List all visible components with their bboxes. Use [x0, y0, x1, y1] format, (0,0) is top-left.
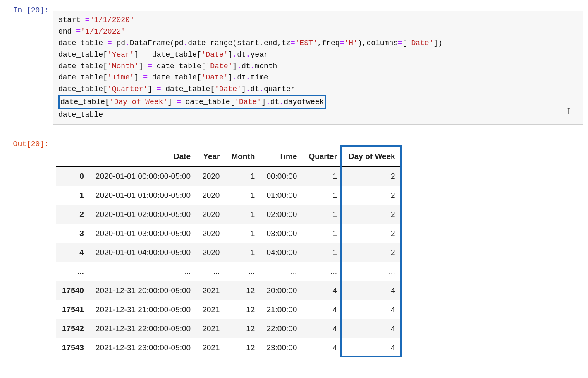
table-cell: 1 [303, 205, 343, 224]
dataframe-wrapper: DateYearMonthTimeQuarterDay of Week 0202… [56, 147, 401, 357]
table-cell: 2020 [196, 224, 225, 243]
row-index: 17540 [56, 281, 90, 300]
table-row: 22020-01-01 02:00:00-05:002020102:00:001… [56, 205, 401, 224]
table-cell: 2021 [196, 281, 225, 300]
column-header: Year [196, 147, 225, 166]
dataframe-table: DateYearMonthTimeQuarterDay of Week 0202… [56, 147, 401, 357]
output-area: DateYearMonthTimeQuarterDay of Week 0202… [53, 137, 588, 359]
table-cell: ... [303, 262, 343, 281]
table-cell: ... [225, 262, 261, 281]
table-cell: 2020-01-01 04:00:00-05:00 [90, 243, 196, 262]
table-cell: 4 [303, 281, 343, 300]
table-cell: 01:00:00 [261, 186, 303, 205]
table-cell: 2021 [196, 319, 225, 338]
table-cell: 1 [225, 243, 261, 262]
table-cell: 4 [343, 338, 401, 357]
table-cell: 00:00:00 [261, 166, 303, 186]
code-editor[interactable]: start ="1/1/2020" end ='1/1/2022' date_t… [53, 11, 583, 125]
table-cell: 1 [225, 166, 261, 186]
table-cell: 2020 [196, 166, 225, 186]
column-header: Time [261, 147, 303, 166]
table-cell: 2 [343, 205, 401, 224]
table-row: 12020-01-01 01:00:00-05:002020101:00:001… [56, 186, 401, 205]
table-cell: 2020-01-01 02:00:00-05:00 [90, 205, 196, 224]
table-cell: 1 [303, 243, 343, 262]
table-row: 175422021-12-31 22:00:00-05:0020211222:0… [56, 319, 401, 338]
table-cell: 2020 [196, 186, 225, 205]
table-cell: 4 [303, 319, 343, 338]
column-header: Date [90, 147, 196, 166]
column-header [56, 147, 90, 166]
table-row: 175412021-12-31 21:00:00-05:0020211221:0… [56, 300, 401, 319]
table-cell: 2021 [196, 338, 225, 357]
row-index: 3 [56, 224, 90, 243]
table-cell: 2020-01-01 00:00:00-05:00 [90, 166, 196, 186]
table-cell: 23:00:00 [261, 338, 303, 357]
table-cell: 2 [343, 224, 401, 243]
table-cell: 4 [343, 319, 401, 338]
table-cell: 2021-12-31 20:00:00-05:00 [90, 281, 196, 300]
table-cell: 12 [225, 281, 261, 300]
row-index: 4 [56, 243, 90, 262]
table-cell: 1 [225, 186, 261, 205]
table-cell: 2021-12-31 23:00:00-05:00 [90, 338, 196, 357]
table-cell: 2020 [196, 243, 225, 262]
table-cell: 02:00:00 [261, 205, 303, 224]
table-row: 175432021-12-31 23:00:00-05:0020211223:0… [56, 338, 401, 357]
row-index: 2 [56, 205, 90, 224]
table-cell: 03:00:00 [261, 224, 303, 243]
table-cell: 4 [343, 300, 401, 319]
table-cell: 1 [303, 224, 343, 243]
table-cell: 04:00:00 [261, 243, 303, 262]
table-cell: 4 [343, 281, 401, 300]
table-cell: 2020 [196, 205, 225, 224]
table-row: 32020-01-01 03:00:00-05:002020103:00:001… [56, 224, 401, 243]
table-cell: 1 [303, 186, 343, 205]
table-cell: 12 [225, 300, 261, 319]
table-cell: 21:00:00 [261, 300, 303, 319]
table-cell: ... [343, 262, 401, 281]
table-cell: 2021 [196, 300, 225, 319]
input-prompt: In [20]: [0, 3, 53, 15]
table-cell: 22:00:00 [261, 319, 303, 338]
table-row: 02020-01-01 00:00:00-05:002020100:00:001… [56, 166, 401, 186]
table-cell: ... [261, 262, 303, 281]
table-row: 42020-01-01 04:00:00-05:002020104:00:001… [56, 243, 401, 262]
table-cell: 1 [225, 205, 261, 224]
table-cell: 2 [343, 166, 401, 186]
table-cell: 1 [225, 224, 261, 243]
table-cell: 4 [303, 300, 343, 319]
table-cell: 2020-01-01 01:00:00-05:00 [90, 186, 196, 205]
table-cell: 12 [225, 319, 261, 338]
row-index: 0 [56, 166, 90, 186]
table-row: ..................... [56, 262, 401, 281]
row-index: ... [56, 262, 90, 281]
table-cell: ... [196, 262, 225, 281]
column-header: Quarter [303, 147, 343, 166]
table-cell: 2020-01-01 03:00:00-05:00 [90, 224, 196, 243]
table-row: 175402021-12-31 20:00:00-05:0020211220:0… [56, 281, 401, 300]
output-prompt: Out[20]: [0, 137, 53, 149]
table-cell: 12 [225, 338, 261, 357]
row-index: 17542 [56, 319, 90, 338]
table-cell: 1 [303, 166, 343, 186]
row-index: 17541 [56, 300, 90, 319]
table-cell: 2021-12-31 21:00:00-05:00 [90, 300, 196, 319]
table-cell: 20:00:00 [261, 281, 303, 300]
row-index: 17543 [56, 338, 90, 357]
text-cursor-icon: I [567, 104, 570, 118]
column-header: Month [225, 147, 261, 166]
table-cell: 2 [343, 243, 401, 262]
input-cell: In [20]: start ="1/1/2020" end ='1/1/202… [0, 3, 588, 132]
row-index: 1 [56, 186, 90, 205]
output-cell: Out[20]: DateYearMonthTimeQuarterDay of … [0, 137, 588, 359]
table-cell: ... [90, 262, 196, 281]
code-highlight-box: date_table['Day of Week'] = date_table['… [58, 95, 326, 109]
table-cell: 2021-12-31 22:00:00-05:00 [90, 319, 196, 338]
column-header: Day of Week [343, 147, 401, 166]
table-cell: 4 [303, 338, 343, 357]
table-cell: 2 [343, 186, 401, 205]
